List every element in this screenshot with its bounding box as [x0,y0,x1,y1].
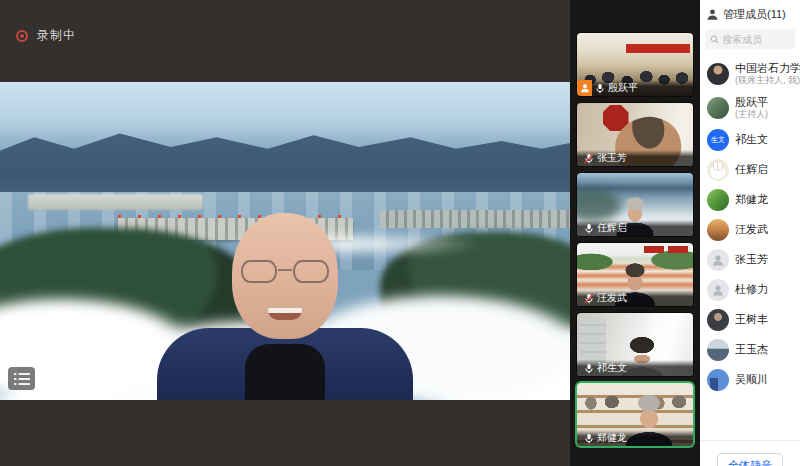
participant-name: 任辉启 [597,221,627,235]
recording-label: 录制中 [37,27,76,44]
member-row[interactable]: 王玉杰 [700,335,800,365]
record-icon [16,30,28,42]
members-icon [706,8,719,21]
avatar [707,279,729,301]
member-row[interactable]: 王树丰 [700,305,800,335]
mic-icon [595,83,605,94]
mic-icon [584,433,594,444]
host-badge [577,80,592,96]
main-speaker-figure [156,200,414,400]
person-placeholder-icon [711,283,725,297]
video-thumbnail-qishengwen[interactable]: 祁生文 [577,313,693,376]
participant-name: 汪发武 [597,291,627,305]
member-name: 殷跃平 [735,96,768,109]
list-view-icon [14,373,30,385]
person-placeholder-icon [711,253,725,267]
member-name: 杜修力 [735,283,768,296]
thumbnail-label: 张玉芳 [577,150,693,166]
member-name: 祁生文 [735,133,768,146]
mic-icon [584,363,594,374]
search-box[interactable] [705,29,795,49]
speaker-turtleneck [245,344,325,400]
member-name: 张玉芳 [735,253,768,266]
thumbnail-label: 任辉启 [577,220,693,236]
member-row[interactable]: 中国岩石力学与工 (联席主持人, 我) [700,57,800,91]
video-thumbnail-renhuiqi[interactable]: 任辉启 [577,173,693,236]
member-row[interactable]: 张玉芳 [700,245,800,275]
video-thumbnail-wangfawu[interactable]: 汪发武 [577,243,693,306]
avatar [707,339,729,361]
avatar [707,97,729,119]
panel-header: 管理成员(11) [700,0,800,27]
participant-name: 祁生文 [597,361,627,375]
video-thumbnail-zhengjianlong[interactable]: 郑健龙 [577,383,693,446]
panel-footer: 全体静音 [700,440,800,466]
members-panel: 管理成员(11) 中国岩石力学与工 (联席主持人, 我) 殷跃平 [700,0,800,466]
member-name: 王树丰 [735,313,768,326]
mic-icon [584,223,594,234]
avatar [707,219,729,241]
layout-view-button[interactable] [8,367,35,390]
member-list: 中国岩石力学与工 (联席主持人, 我) 殷跃平 (主持人) 生文 祁生文 任辉启 [700,49,800,440]
participant-name: 殷跃平 [608,81,638,95]
member-row[interactable]: 生文 祁生文 [700,125,800,155]
avatar [707,309,729,331]
member-row[interactable]: 郑健龙 [700,185,800,215]
main-participant-video [0,82,570,400]
member-name: 中国岩石力学与工 [735,62,800,75]
member-name: 汪发武 [735,223,768,236]
member-row[interactable]: 任辉启 [700,155,800,185]
mic-muted-icon [584,293,594,304]
avatar [707,159,729,181]
participant-name: 郑健龙 [597,431,627,445]
member-name: 王玉杰 [735,343,768,356]
thumbnail-label: 祁生文 [577,360,693,376]
mute-all-button[interactable]: 全体静音 [717,453,783,466]
member-name: 吴顺川 [735,373,768,386]
member-row[interactable]: 殷跃平 (主持人) [700,91,800,125]
speaker-mouth [268,308,302,320]
speaker-face [232,213,338,339]
thumbnail-label: 汪发武 [577,290,693,306]
person-icon [580,83,590,93]
search-input[interactable] [722,34,790,45]
member-row[interactable]: 汪发武 [700,215,800,245]
filmstrip: 殷跃平 张玉芳 [570,0,700,466]
video-thumbnail-yinyueping[interactable]: 殷跃平 [577,33,693,96]
mic-muted-icon [584,153,594,164]
recording-indicator[interactable]: 录制中 [16,27,76,44]
member-row[interactable]: 吴顺川 [700,365,800,395]
meeting-window: 录制中 [0,0,800,466]
avatar [707,63,729,85]
avatar [707,369,729,391]
thumbnail-label: 郑健龙 [577,430,693,446]
member-name: 任辉启 [735,163,768,176]
participant-name: 张玉芳 [597,151,627,165]
member-name: 郑健龙 [735,193,768,206]
speaker-glasses [239,260,331,284]
member-row[interactable]: 杜修力 [700,275,800,305]
thumbnail-label: 殷跃平 [577,80,693,96]
main-stage: 录制中 [0,0,570,466]
avatar: 生文 [707,129,729,151]
avatar [707,249,729,271]
member-role: (主持人) [735,109,768,120]
member-role: (联席主持人, 我) [735,75,800,86]
panel-title: 管理成员(11) [723,7,786,22]
video-thumbnail-zhangyufang[interactable]: 张玉芳 [577,103,693,166]
avatar [707,189,729,211]
search-icon [710,34,719,45]
